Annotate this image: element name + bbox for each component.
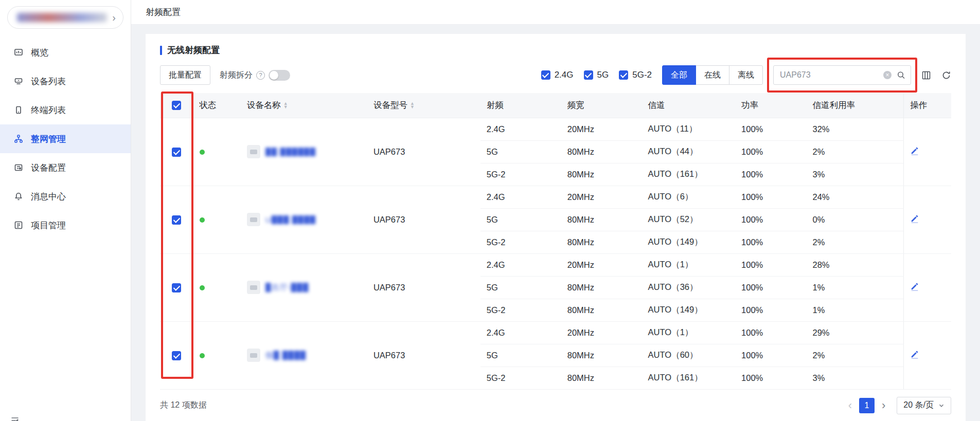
workspace-selector[interactable]: ›: [7, 6, 123, 29]
sidebar-item-overview[interactable]: 概览: [0, 38, 131, 67]
edit-icon[interactable]: [910, 146, 919, 155]
radio-utilization: 32%: [806, 118, 903, 140]
table-header-row: 状态 设备名称▲▼ 设备型号▲▼ 射频 频宽 信道 功率 信道利用率 操作: [160, 93, 951, 118]
rf-split-toggle[interactable]: [269, 70, 290, 81]
radio-bandwidth: 80MHz: [561, 344, 642, 367]
operation-cell: [904, 118, 951, 186]
radio-bandwidth: 20MHz: [561, 321, 642, 344]
sidebar-item-message-center[interactable]: 消息中心: [0, 182, 131, 211]
operation-cell: [904, 253, 951, 321]
column-header-bandwidth: 频宽: [561, 93, 642, 118]
refresh-icon[interactable]: [941, 70, 951, 80]
page-size-value: 20 条/页: [903, 400, 934, 411]
status-segment-all[interactable]: 全部: [662, 65, 696, 85]
network-topology-icon: [13, 134, 24, 144]
project-list-icon: [13, 220, 24, 230]
status-cell: [193, 118, 241, 186]
radio-channel: AUTO（6）: [642, 186, 735, 208]
panel-title: 无线射频配置: [167, 44, 220, 56]
sidebar-item-device-list[interactable]: 设备列表: [0, 67, 131, 96]
radio-row: U███ ████UAP6732.4G20MHzAUTO（6）100%24%: [160, 186, 951, 208]
radio-bandwidth: 20MHz: [561, 253, 642, 276]
toolbar: 批量配置 射频拆分 ? 2.4G 5G: [160, 65, 951, 85]
radio-power: 100%: [735, 253, 806, 276]
page-header: 射频配置: [131, 0, 980, 25]
device-name[interactable]: █吉厅-███: [265, 283, 309, 292]
sidebar-item-label: 概览: [31, 47, 48, 59]
status-cell: [193, 321, 241, 389]
sidebar-item-project-management[interactable]: 项目管理: [0, 211, 131, 240]
row-checkbox[interactable]: [172, 283, 181, 292]
device-name[interactable]: U███ ████: [265, 215, 316, 224]
radio-power: 100%: [735, 367, 806, 389]
edit-icon[interactable]: [910, 214, 919, 223]
sidebar-item-label: 设备配置: [31, 162, 66, 174]
help-icon[interactable]: ?: [256, 71, 265, 80]
radio-bandwidth: 80MHz: [561, 231, 642, 253]
radio-power: 100%: [735, 208, 806, 231]
next-page-button[interactable]: ›: [880, 400, 887, 411]
row-checkbox[interactable]: [172, 351, 181, 360]
radio-power: 100%: [735, 186, 806, 208]
sidebar-item-terminal-list[interactable]: 终端列表: [0, 96, 131, 124]
toolbar-right: 2.4G 5G 5G-2 全部 在线 离线: [541, 65, 951, 85]
device-name[interactable]: ██ ██████: [265, 148, 316, 156]
radio-channel: AUTO（52）: [642, 208, 735, 231]
radio-power: 100%: [735, 231, 806, 253]
band-5g-checkbox[interactable]: [584, 70, 593, 80]
column-header-model[interactable]: 设备型号▲▼: [367, 93, 480, 118]
row-checkbox[interactable]: [172, 148, 181, 157]
status-segment-online[interactable]: 在线: [696, 65, 729, 85]
edit-icon[interactable]: [910, 350, 919, 359]
device-name-cell: █吉厅-███: [241, 253, 367, 321]
device-thumbnail-icon: [247, 281, 260, 294]
bell-icon: [13, 191, 24, 202]
logo: [17, 13, 107, 22]
radio-bandwidth: 80MHz: [561, 140, 642, 163]
sidebar-item-device-config[interactable]: 设备配置: [0, 153, 131, 182]
select-all-checkbox[interactable]: [172, 101, 181, 110]
radio-bandwidth: 80MHz: [561, 163, 642, 186]
band-filter-5g: 5G: [584, 70, 609, 80]
device-thumbnail-icon: [247, 145, 260, 158]
page-size-select[interactable]: 20 条/页: [897, 397, 951, 414]
device-thumbnail-icon: [247, 213, 260, 226]
device-model: UAP673: [367, 118, 480, 186]
column-settings-icon[interactable]: [921, 70, 931, 80]
online-status-dot: [200, 353, 205, 358]
device-table-body: ██ ██████UAP6732.4G20MHzAUTO（11）100%32%5…: [160, 118, 951, 389]
overview-icon: [13, 47, 24, 58]
column-header-utilization: 信道利用率: [806, 93, 903, 118]
sidebar-item-label: 终端列表: [31, 104, 66, 116]
radio-channel: AUTO（1）: [642, 321, 735, 344]
radio-row: ██ ██████UAP6732.4G20MHzAUTO（11）100%32%: [160, 118, 951, 140]
radio-channel: AUTO（44）: [642, 140, 735, 163]
radio-channel: AUTO（11）: [642, 118, 735, 140]
radio-utilization: 1%: [806, 276, 903, 299]
sidebar-item-label: 项目管理: [31, 219, 66, 231]
row-select-cell: [160, 118, 193, 186]
row-checkbox[interactable]: [172, 215, 181, 225]
band-filter-label: 5G-2: [632, 70, 652, 80]
radio-channel: AUTO（36）: [642, 276, 735, 299]
device-name[interactable]: 假█ ████: [265, 351, 306, 360]
title-accent-bar: [160, 46, 162, 55]
band-5g2-checkbox[interactable]: [619, 70, 628, 80]
search-icon[interactable]: [897, 71, 905, 80]
sidebar-item-network-management[interactable]: 整网管理: [0, 124, 131, 153]
band-24g-checkbox[interactable]: [541, 70, 550, 80]
prev-page-button[interactable]: ‹: [846, 400, 854, 411]
radio-band: 5G-2: [480, 231, 561, 253]
sidebar-item-label: 整网管理: [31, 133, 66, 145]
edit-icon[interactable]: [910, 282, 919, 291]
batch-config-button[interactable]: 批量配置: [160, 65, 210, 85]
clear-search-icon[interactable]: ×: [883, 71, 892, 79]
column-header-name[interactable]: 设备名称▲▼: [241, 93, 367, 118]
status-segment-offline[interactable]: 离线: [729, 65, 763, 85]
page-number-button[interactable]: 1: [859, 398, 875, 413]
row-select-cell: [160, 253, 193, 321]
device-name-cell: U███ ████: [241, 186, 367, 253]
radio-band: 2.4G: [480, 253, 561, 276]
sidebar-collapse-icon[interactable]: [10, 416, 20, 421]
radio-channel: AUTO（149）: [642, 231, 735, 253]
